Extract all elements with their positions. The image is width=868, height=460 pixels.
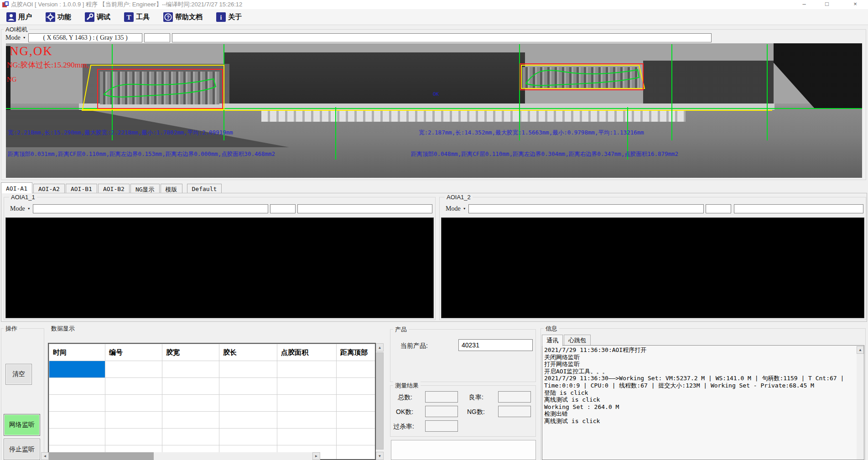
table-cell[interactable] bbox=[162, 429, 219, 445]
arrow-right-icon: ► bbox=[315, 454, 318, 458]
camera-mode-dropdown[interactable]: Mode ▼ bbox=[4, 33, 28, 42]
log-vscroll-track[interactable] bbox=[857, 354, 864, 460]
table-cell[interactable] bbox=[105, 412, 162, 429]
info-icon: i bbox=[216, 12, 226, 22]
table-cell[interactable] bbox=[105, 395, 162, 412]
table-cell[interactable] bbox=[219, 378, 277, 395]
tab-ng-display[interactable]: NG显示 bbox=[130, 184, 160, 193]
table-cell[interactable] bbox=[277, 412, 337, 429]
table-vscroll-thumb[interactable] bbox=[376, 352, 384, 450]
clear-button[interactable]: 清空 bbox=[5, 364, 32, 385]
table-cell-selected[interactable] bbox=[49, 361, 105, 378]
tab-aoi-a1[interactable]: AOI-A1 bbox=[1, 182, 32, 193]
tab-default[interactable]: Default bbox=[187, 184, 222, 193]
tab-comm[interactable]: 通讯 bbox=[542, 335, 563, 346]
table-cell[interactable] bbox=[49, 429, 105, 445]
log-scroll-up[interactable]: ▲ bbox=[857, 346, 864, 354]
table-cell[interactable] bbox=[219, 395, 277, 412]
panel1-image-view[interactable] bbox=[5, 217, 434, 318]
tab-aoi-b2[interactable]: AOI-B2 bbox=[98, 184, 130, 193]
minimize-button[interactable]: – bbox=[794, 0, 815, 9]
mode-label: Mode bbox=[5, 34, 21, 41]
toolbar-item-debug[interactable]: 调试 bbox=[82, 11, 113, 23]
panel1-field-2[interactable] bbox=[270, 204, 296, 213]
overkill-rate-field[interactable] bbox=[425, 420, 458, 432]
panel2-field-1[interactable] bbox=[468, 204, 704, 213]
panel1-mode-dropdown[interactable]: Mode ▼ bbox=[8, 204, 32, 213]
col-header-glue-width[interactable]: 胶宽 bbox=[162, 344, 219, 361]
table-cell[interactable] bbox=[337, 361, 375, 378]
col-header-time[interactable]: 时间 bbox=[49, 344, 105, 361]
ng-reason-text: NG:胶体过长:15.290mm, bbox=[7, 60, 88, 70]
panel2-mode-dropdown[interactable]: Mode ▼ bbox=[444, 204, 468, 213]
maximize-button[interactable]: □ bbox=[816, 0, 837, 9]
table-cell[interactable] bbox=[337, 395, 375, 412]
table-cell[interactable] bbox=[219, 361, 277, 378]
tab-heartbeat[interactable]: 心跳包 bbox=[564, 335, 591, 346]
table-cell[interactable] bbox=[49, 378, 105, 395]
left-measure-line1: 宽:2.218mm,长:15.290mm,最大胶宽:2.2218mm,最小:1.… bbox=[8, 129, 233, 137]
toolbar-item-tools[interactable]: T 工具 bbox=[121, 11, 152, 23]
camera-coordinate-readout[interactable]: ( X 6568, Y 1463 ) : ( Gray 135 ) bbox=[28, 33, 142, 42]
tab-template[interactable]: 模版 bbox=[161, 184, 182, 193]
table-cell[interactable] bbox=[219, 412, 277, 429]
table-cell[interactable] bbox=[219, 429, 277, 445]
table-scroll-down[interactable]: ▼ bbox=[376, 452, 384, 460]
table-cell[interactable] bbox=[162, 395, 219, 412]
yield-field[interactable] bbox=[498, 391, 531, 403]
hscroll-right[interactable]: ► bbox=[312, 452, 320, 460]
main-toolbar: 用户 功能 调试 T 工具 ? 帮助文档 i bbox=[0, 9, 868, 25]
panel2-field-2[interactable] bbox=[706, 204, 731, 213]
toolbar-item-help[interactable]: ? 帮助文档 bbox=[161, 11, 205, 23]
tab-aoi-b1[interactable]: AOI-B1 bbox=[66, 184, 97, 193]
col-header-id[interactable]: 编号 bbox=[105, 344, 162, 361]
table-cell[interactable] bbox=[277, 395, 337, 412]
panel1-field-1[interactable] bbox=[33, 204, 268, 213]
panel2-image-view[interactable] bbox=[441, 217, 864, 318]
table-cell[interactable] bbox=[277, 429, 337, 445]
tab-aoi-a2[interactable]: AOI-A2 bbox=[33, 184, 65, 193]
current-product-input[interactable] bbox=[458, 339, 533, 351]
panel2-field-3[interactable] bbox=[734, 204, 863, 213]
table-cell[interactable] bbox=[337, 412, 375, 429]
panel1-field-3[interactable] bbox=[297, 204, 432, 213]
table-cell[interactable] bbox=[105, 429, 162, 445]
log-output[interactable]: 2021/7/29 11:36:30:AOI程序打开 关闭网络监听 打开网络监听… bbox=[542, 345, 864, 460]
table-cell[interactable] bbox=[105, 378, 162, 395]
ng-count-field[interactable] bbox=[498, 406, 531, 417]
user-icon bbox=[6, 12, 16, 22]
table-scroll-up[interactable]: ▲ bbox=[376, 343, 384, 351]
table-cell[interactable] bbox=[162, 361, 219, 378]
toolbar-item-function[interactable]: 功能 bbox=[43, 11, 74, 23]
col-header-glue-area[interactable]: 点胶面积 bbox=[277, 344, 337, 361]
col-header-distance-top[interactable]: 距离顶部 bbox=[337, 344, 375, 361]
camera-image-view[interactable]: NG,OK NG:胶体过长:15.290mm, NG OK 宽:2.218mm,… bbox=[6, 43, 862, 178]
table-cell[interactable] bbox=[277, 378, 337, 395]
camera-field-3[interactable] bbox=[172, 33, 712, 42]
table-cell[interactable] bbox=[49, 412, 105, 429]
toolbar-item-user[interactable]: 用户 bbox=[4, 11, 35, 23]
table-cell[interactable] bbox=[105, 361, 162, 378]
table-cell[interactable] bbox=[337, 429, 375, 445]
table-cell[interactable] bbox=[337, 378, 375, 395]
close-button[interactable]: × bbox=[845, 0, 866, 9]
network-listen-button[interactable]: 网络监听 bbox=[4, 414, 40, 436]
camera-field-2[interactable] bbox=[144, 33, 170, 42]
total-count-field[interactable] bbox=[425, 391, 458, 403]
table-cell[interactable] bbox=[277, 361, 337, 378]
total-count-label: 总数: bbox=[398, 393, 412, 402]
hscroll-thumb[interactable] bbox=[49, 452, 154, 460]
col-header-glue-length[interactable]: 胶长 bbox=[219, 344, 277, 361]
table-cell[interactable] bbox=[49, 395, 105, 412]
stop-listen-button[interactable]: 停止监听 bbox=[4, 439, 40, 460]
table-cell[interactable] bbox=[162, 412, 219, 429]
table-cell[interactable] bbox=[337, 445, 375, 460]
chevron-down-icon: ▼ bbox=[463, 207, 466, 211]
hscroll-left[interactable]: ◄ bbox=[41, 452, 49, 460]
arrow-down-icon: ▼ bbox=[378, 454, 382, 458]
left-measure-line2: 距离顶部0.031mm,距离CF层0.110mm,距离左边界0.153mm,距离… bbox=[8, 150, 275, 158]
ok-count-field[interactable] bbox=[425, 406, 458, 417]
table-cell[interactable] bbox=[162, 378, 219, 395]
toolbar-item-about[interactable]: i 关于 bbox=[213, 11, 244, 23]
product-group bbox=[390, 329, 536, 382]
